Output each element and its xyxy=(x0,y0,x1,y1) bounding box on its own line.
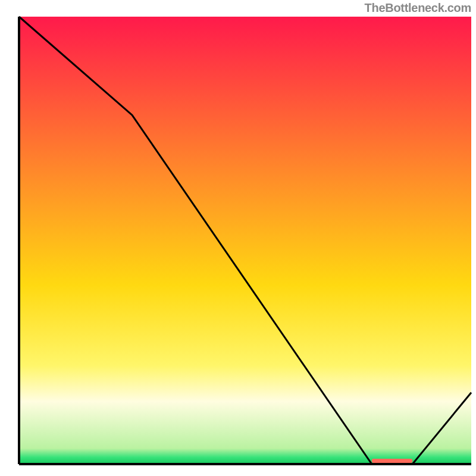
optimal-range-marker xyxy=(372,459,412,463)
bottleneck-chart xyxy=(0,0,476,476)
chart-background xyxy=(19,17,471,464)
chart-container: TheBottleneck.com xyxy=(0,0,476,476)
attribution-text: TheBottleneck.com xyxy=(365,1,471,15)
